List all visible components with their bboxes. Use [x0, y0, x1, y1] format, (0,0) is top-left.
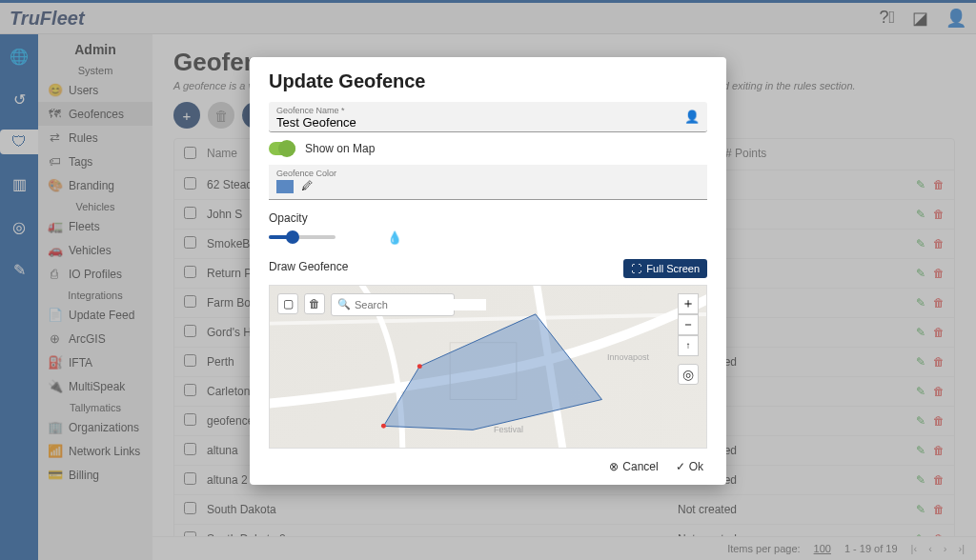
zoom-out-button[interactable]: －	[678, 314, 699, 335]
check-icon: ✓	[676, 460, 685, 473]
show-on-map-label: Show on Map	[305, 142, 375, 155]
map-delete-icon[interactable]: 🗑	[304, 293, 325, 314]
fullscreen-icon: ⛶	[631, 263, 641, 274]
cancel-icon: ⊗	[609, 460, 619, 473]
draw-geofence-label: Draw Geofence	[269, 260, 348, 273]
map-draw-rect-icon[interactable]: ▢	[277, 293, 298, 314]
geofence-name-input[interactable]	[276, 115, 700, 130]
geofence-name-field[interactable]: Geofence Name * 👤	[269, 102, 707, 132]
ok-button[interactable]: ✓ Ok	[676, 460, 703, 473]
map-search-input[interactable]	[355, 299, 486, 310]
assign-icon[interactable]: 👤	[684, 110, 700, 124]
search-icon: 🔍	[337, 298, 351, 310]
cancel-button[interactable]: ⊗ Cancel	[609, 460, 658, 473]
zoom-in-button[interactable]: ＋	[678, 293, 699, 314]
color-eyedropper-icon[interactable]: 🖉	[301, 179, 313, 192]
opacity-slider[interactable]	[269, 235, 336, 239]
geofence-color-field[interactable]: Geofence Color 🖉	[269, 165, 707, 200]
slider-thumb[interactable]	[286, 230, 299, 244]
opacity-label: Opacity	[269, 211, 707, 225]
modal-title: Update Geofence	[269, 70, 707, 92]
show-on-map-toggle[interactable]	[269, 142, 295, 155]
modal-overlay[interactable]: Update Geofence Geofence Name * 👤 Show o…	[0, 0, 976, 560]
map-label-innovapost: Innovapost	[607, 352, 649, 362]
geofence-color-label: Geofence Color	[276, 169, 700, 178]
map-label-festival: Festival	[494, 425, 523, 434]
color-swatch[interactable]	[276, 180, 294, 193]
zoom-reset-button[interactable]: ↑	[678, 335, 699, 356]
map-canvas[interactable]: Innovapost Festival ▢ 🗑 🔍 ＋ － ↑ ◎	[269, 285, 707, 449]
locate-button[interactable]: ◎	[678, 364, 699, 385]
update-geofence-modal: Update Geofence Geofence Name * 👤 Show o…	[250, 57, 726, 485]
map-search-box[interactable]: 🔍	[331, 293, 455, 316]
opacity-badge-icon: 💧	[387, 230, 402, 245]
geofence-name-label: Geofence Name *	[276, 106, 700, 115]
fullscreen-button[interactable]: ⛶ Full Screen	[623, 259, 707, 278]
